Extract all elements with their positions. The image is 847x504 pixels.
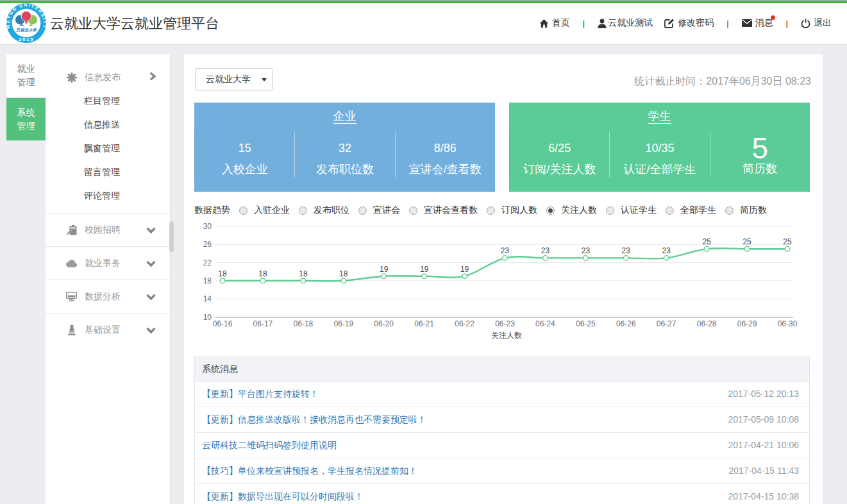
svg-text:23: 23 (662, 246, 671, 255)
svg-text:06-24: 06-24 (535, 319, 555, 328)
svg-text:23: 23 (582, 246, 591, 255)
svg-text:2015: 2015 (19, 37, 34, 42)
svg-text:19: 19 (380, 265, 389, 274)
svg-text:26: 26 (203, 240, 212, 249)
svg-text:30: 30 (203, 222, 212, 231)
svg-text:25: 25 (703, 237, 712, 246)
svg-text:19: 19 (460, 265, 469, 274)
svg-text:06-25: 06-25 (576, 319, 596, 328)
svg-text:18: 18 (258, 269, 267, 278)
svg-text:22: 22 (203, 258, 212, 267)
svg-text:06-20: 06-20 (374, 319, 394, 328)
svg-text:06-18: 06-18 (294, 319, 314, 328)
svg-text:06-17: 06-17 (253, 319, 273, 328)
svg-text:06-29: 06-29 (737, 319, 757, 328)
svg-text:06-26: 06-26 (616, 319, 636, 328)
svg-text:25: 25 (742, 237, 751, 246)
svg-text:06-22: 06-22 (455, 319, 474, 328)
svg-text:23: 23 (541, 246, 550, 255)
svg-text:18: 18 (339, 269, 348, 278)
svg-text:14: 14 (203, 294, 212, 303)
svg-text:10: 10 (203, 313, 212, 322)
svg-text:06-30: 06-30 (778, 319, 798, 328)
svg-text:18: 18 (218, 269, 227, 278)
svg-text:关注人数: 关注人数 (491, 331, 522, 340)
svg-text:06-19: 06-19 (333, 319, 353, 328)
svg-text:19: 19 (420, 265, 429, 274)
svg-text:23: 23 (622, 246, 631, 255)
svg-text:06-28: 06-28 (697, 319, 717, 328)
svg-text:06-21: 06-21 (414, 319, 434, 328)
svg-text:06-16: 06-16 (213, 319, 233, 328)
svg-text:06-23: 06-23 (495, 319, 515, 328)
svg-text:06-27: 06-27 (657, 319, 676, 328)
svg-text:18: 18 (299, 269, 308, 278)
svg-text:18: 18 (203, 276, 212, 285)
svg-text:25: 25 (783, 237, 792, 246)
svg-text:云就业大学: 云就业大学 (16, 28, 38, 33)
svg-text:23: 23 (501, 246, 510, 255)
